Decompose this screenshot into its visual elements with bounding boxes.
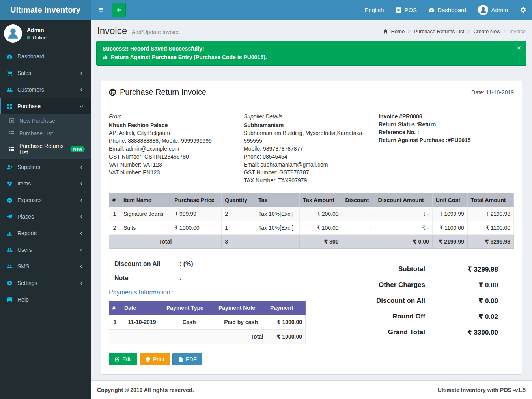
user-panel: Admin Online bbox=[0, 20, 91, 48]
cubes-icon bbox=[6, 181, 13, 187]
sidebar-item-sales[interactable]: Sales bbox=[0, 65, 91, 81]
column-header: Total Amount bbox=[467, 193, 513, 207]
item-cell: ₹ - bbox=[375, 207, 432, 221]
avatar bbox=[4, 24, 22, 43]
sidebar-item-users[interactable]: Users bbox=[0, 242, 91, 258]
sidebar-item-purchase-returns-list[interactable]: Purchase Returns ListNew bbox=[0, 140, 91, 159]
payment-row: 111-10-2019CashPaid by cash₹ 1000.00 bbox=[109, 315, 306, 330]
detail-line: Return Against Purchase :#PU0015 bbox=[379, 136, 502, 144]
user-menu[interactable]: Admin bbox=[478, 5, 508, 15]
invoice-meta-block: Invoice #PR0006Return Status :ReturnRefe… bbox=[379, 112, 513, 184]
users-icon bbox=[6, 247, 13, 253]
breadcrumb-item-create-new[interactable]: Create New bbox=[473, 28, 500, 34]
footer: Copyright © 2019 All rights reserved. Ul… bbox=[91, 380, 532, 399]
supplier-name: Subhramaniam bbox=[244, 121, 367, 129]
page-title: Invoice bbox=[97, 25, 127, 36]
sidebar-item-help[interactable]: Help bbox=[0, 291, 91, 308]
sidebar-item-sms[interactable]: SMS bbox=[0, 258, 91, 275]
breadcrumb: Home>Purchase Returns List>Create New>In… bbox=[383, 28, 526, 34]
detail-line: AP: Ankali, City:Belgaum bbox=[109, 129, 232, 137]
sidebar-item-places[interactable]: Places bbox=[0, 208, 91, 225]
person-icon bbox=[6, 27, 20, 40]
payments-table: #DatePayment TypePayment NotePayment111-… bbox=[109, 301, 306, 344]
total-label: Total bbox=[109, 235, 222, 249]
list-icon bbox=[9, 146, 15, 152]
dashboard-icon bbox=[6, 54, 13, 60]
item-cell: 1 bbox=[109, 207, 120, 221]
from-heading: From bbox=[109, 112, 232, 120]
column-header: Payment Note bbox=[215, 301, 267, 315]
alert-close-icon[interactable]: × bbox=[517, 45, 521, 51]
total-tax-amount: ₹ 300 bbox=[300, 235, 342, 249]
pdf-button[interactable]: PDF bbox=[172, 353, 202, 365]
plus-icon bbox=[116, 7, 122, 13]
language-menu[interactable]: English bbox=[364, 7, 384, 13]
item-cell: Signature Jeans bbox=[120, 207, 171, 221]
sidebar-item-customers[interactable]: Customers bbox=[0, 81, 91, 98]
user-menu-label: Admin bbox=[491, 7, 508, 13]
sidebar-item-label: Items bbox=[17, 180, 73, 187]
item-cell: - bbox=[342, 207, 375, 221]
sidebar-item-purchase-list[interactable]: Purchase List bbox=[0, 127, 91, 140]
edit-button[interactable]: Edit bbox=[109, 353, 137, 365]
item-cell: ₹ 100.00 bbox=[300, 221, 342, 235]
breadcrumb-separator: > bbox=[467, 29, 470, 34]
item-cell: ₹ - bbox=[375, 221, 432, 235]
settings-gears-icon[interactable] bbox=[520, 7, 526, 13]
online-dot bbox=[27, 36, 30, 39]
thumbs-up-icon bbox=[103, 54, 108, 60]
sidebar-item-dashboard[interactable]: Dashboard bbox=[0, 48, 91, 65]
detail-line: GST Number: GSTIN123456780 bbox=[109, 153, 232, 161]
invoice-title: Purchase Return Invoice bbox=[120, 88, 206, 97]
detail-line: TAX Number: TAX907979 bbox=[244, 176, 367, 184]
sidebar-item-items[interactable]: Items bbox=[0, 175, 91, 192]
sidebar-item-label: New Purchase bbox=[19, 118, 85, 124]
pos-link[interactable]: POS bbox=[396, 7, 417, 13]
chevron-left-icon bbox=[78, 182, 85, 186]
print-button[interactable]: Print bbox=[140, 353, 170, 365]
summary-label: Other Charges bbox=[336, 281, 425, 289]
top-navbar: English POS Dashboard Admin bbox=[91, 0, 532, 20]
sidebar-item-label: Purchase bbox=[17, 103, 73, 109]
payment-cell: 11-10-2019 bbox=[121, 315, 163, 330]
dashboard-link[interactable]: Dashboard bbox=[429, 7, 466, 13]
summary-value: ₹ 3300.00 bbox=[425, 328, 514, 337]
detail-line: Return Status :Return bbox=[379, 120, 502, 128]
breadcrumb-item-home[interactable]: Home bbox=[391, 28, 405, 34]
gears-icon bbox=[6, 280, 13, 286]
column-header: Tax Amount bbox=[300, 193, 342, 207]
detail-line: Phone: 08545454 bbox=[244, 153, 367, 161]
column-header: Date bbox=[121, 301, 163, 315]
sidebar-item-settings[interactable]: Settings bbox=[0, 275, 91, 291]
items-table: #Item NamePurchase PriceQuantityTaxTax A… bbox=[109, 193, 514, 249]
detail-line: VAT Number: VAT123 bbox=[109, 161, 232, 169]
sidebar-item-reports[interactable]: Reports bbox=[0, 225, 91, 242]
detail-line: VAT Number: PN123 bbox=[109, 169, 232, 176]
edit-icon bbox=[114, 356, 120, 362]
column-header: Purchase Price bbox=[171, 193, 222, 207]
sidebar-item-new-purchase[interactable]: New Purchase bbox=[0, 114, 91, 127]
user-plus-icon bbox=[6, 164, 13, 170]
sidebar-item-label: Users bbox=[17, 247, 73, 253]
breadcrumb-item-purchase-returns-list[interactable]: Purchase Returns List bbox=[414, 28, 464, 34]
action-buttons: EditPrintPDF bbox=[109, 353, 336, 365]
pos-label: POS bbox=[404, 7, 417, 13]
hamburger-icon[interactable] bbox=[96, 5, 106, 15]
sidebar-item-label: Sales bbox=[17, 70, 73, 76]
book-icon bbox=[6, 297, 13, 303]
quick-add-button[interactable] bbox=[112, 3, 126, 17]
sidebar-item-label: Settings bbox=[17, 280, 73, 286]
brand-logo[interactable]: Ultimate Inventory bbox=[0, 0, 91, 20]
user-name: Admin bbox=[27, 27, 47, 33]
from-block: From Khush Fashion Palace AP: Ankali, Ci… bbox=[109, 112, 244, 184]
content: Success!! Record Saved Successfully! Ret… bbox=[91, 41, 532, 380]
sidebar-item-expenses[interactable]: Expenses bbox=[0, 192, 91, 208]
sidebar-item-purchase[interactable]: Purchase bbox=[0, 98, 91, 114]
item-cell: 2 bbox=[109, 221, 120, 235]
payment-cell: Paid by cash bbox=[215, 315, 267, 330]
sidebar-item-suppliers[interactable]: Suppliers bbox=[0, 159, 91, 175]
item-cell: Tax 10%[Exc.] bbox=[255, 207, 300, 221]
column-header: Payment bbox=[267, 301, 306, 315]
payment-cell: Cash bbox=[163, 315, 215, 330]
dashboard-icon bbox=[429, 7, 435, 13]
